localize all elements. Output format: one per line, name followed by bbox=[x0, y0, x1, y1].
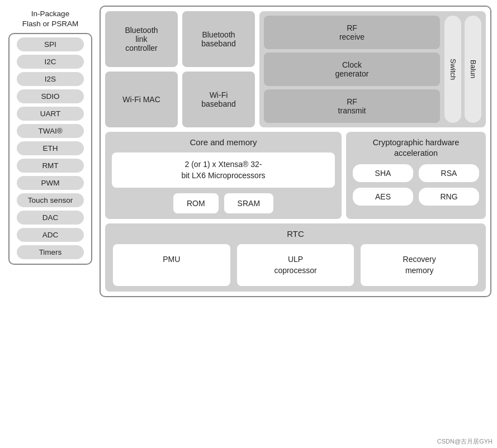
rtc-block: RTC PMU ULP coprocessor Recovery memory bbox=[105, 223, 486, 292]
flash-label: In-Package Flash or PSRAM bbox=[20, 6, 81, 33]
crypto-title: Cryptographic hardware acceleration bbox=[353, 137, 479, 159]
balun-pill: Balun bbox=[465, 16, 481, 123]
crypto-pill-rng: RNG bbox=[419, 188, 479, 206]
crypto-pill-rsa: RSA bbox=[419, 164, 479, 182]
rtc-row: PMU ULP coprocessor Recovery memory bbox=[113, 244, 478, 286]
recovery-box: Recovery memory bbox=[361, 244, 478, 286]
wifi-mac-box: Wi-Fi MAC bbox=[105, 72, 178, 127]
rf-receive-box: RF receive bbox=[264, 16, 440, 49]
left-pill-dac: DAC bbox=[17, 211, 84, 225]
rf-inner: RF receive Clock generator RF transmit bbox=[264, 16, 440, 123]
left-pill-uart: UART bbox=[17, 107, 84, 121]
right-main: Bluetooth link controller Bluetooth base… bbox=[100, 6, 491, 442]
core-block: Core and memory 2 (or 1) x Xtensa® 32- b… bbox=[105, 132, 342, 219]
left-border-box: SPII2CI2SSDIOUARTTWAI®ETHRMTPWMTouch sen… bbox=[8, 33, 92, 265]
left-pill-i2s: I2S bbox=[17, 72, 84, 86]
left-pill-touch-sensor: Touch sensor bbox=[17, 193, 84, 207]
sram-pill: SRAM bbox=[224, 193, 273, 213]
crypto-pill-aes: AES bbox=[353, 188, 413, 206]
left-pill-rmt: RMT bbox=[17, 159, 84, 173]
left-pill-eth: ETH bbox=[17, 141, 84, 155]
core-title: Core and memory bbox=[112, 137, 335, 147]
left-pill-timers: Timers bbox=[17, 245, 84, 259]
bt-baseband-box: Bluetooth baseband bbox=[182, 11, 255, 67]
crypto-grid: SHARSAAESRNG bbox=[353, 164, 479, 206]
bt-row: Bluetooth link controller Bluetooth base… bbox=[105, 11, 255, 67]
clock-generator-box: Clock generator bbox=[264, 53, 440, 86]
rf-block: RF receive Clock generator RF transmit S… bbox=[259, 11, 486, 127]
bt-wifi-block: Bluetooth link controller Bluetooth base… bbox=[105, 11, 255, 127]
watermark: CSDN@古月居GYH bbox=[437, 437, 493, 446]
top-section: Bluetooth link controller Bluetooth base… bbox=[105, 11, 486, 127]
left-pill-spi: SPI bbox=[17, 37, 84, 51]
wifi-row: Wi-Fi MAC Wi-Fi baseband bbox=[105, 72, 255, 127]
bt-controller-box: Bluetooth link controller bbox=[105, 11, 178, 67]
crypto-pill-sha: SHA bbox=[353, 164, 413, 182]
switch-pill: Switch bbox=[444, 16, 461, 123]
pmu-box: PMU bbox=[113, 244, 230, 286]
crypto-block: Cryptographic hardware acceleration SHAR… bbox=[346, 132, 486, 219]
mid-section: Core and memory 2 (or 1) x Xtensa® 32- b… bbox=[105, 132, 486, 219]
ulp-box: ULP coprocessor bbox=[237, 244, 354, 286]
rf-transmit-box: RF transmit bbox=[264, 89, 440, 123]
xtensa-box: 2 (or 1) x Xtensa® 32- bit LX6 Microproc… bbox=[112, 152, 335, 188]
left-column: In-Package Flash or PSRAM SPII2CI2SSDIOU… bbox=[6, 6, 95, 442]
switch-balun: Switch Balun bbox=[444, 16, 481, 123]
left-pill-sdio: SDIO bbox=[17, 89, 84, 103]
left-pill-pwm: PWM bbox=[17, 176, 84, 190]
left-pill-twai-: TWAI® bbox=[17, 124, 84, 138]
rtc-title: RTC bbox=[113, 229, 478, 239]
outer-box: Bluetooth link controller Bluetooth base… bbox=[100, 6, 491, 297]
left-pill-adc: ADC bbox=[17, 228, 84, 242]
left-pill-i2c: I2C bbox=[17, 55, 84, 69]
rom-pill: ROM bbox=[173, 193, 219, 213]
rom-sram-row: ROM SRAM bbox=[112, 193, 335, 213]
wifi-baseband-box: Wi-Fi baseband bbox=[182, 72, 255, 127]
